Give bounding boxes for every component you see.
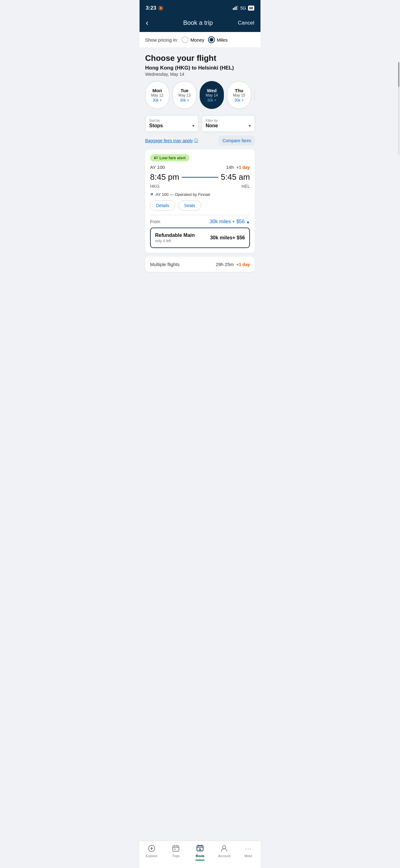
sort-value-row: Stops ▾ xyxy=(149,123,194,128)
multiple-flights-label: Multiple flights xyxy=(150,262,179,267)
cancel-button[interactable]: Cancel xyxy=(238,20,254,26)
explore-icon xyxy=(147,844,156,853)
bell-muted-icon: 🔕 xyxy=(158,6,163,10)
status-right: 5G 68 xyxy=(233,6,254,11)
flight-duration-row: 14h +1 day xyxy=(226,164,250,170)
status-bar: 3:23 🔕 5G 68 xyxy=(139,0,261,15)
flight-header: AY 100 14h +1 day xyxy=(150,164,250,170)
flight-times: 8:45 pm 5:45 am xyxy=(150,172,250,182)
more-icon: ··· xyxy=(244,844,253,853)
date-day-thu: Thu xyxy=(235,88,243,93)
money-option[interactable]: Money xyxy=(182,36,204,43)
price-chevron-icon: ▲ xyxy=(246,219,250,224)
depart-airport: HKG xyxy=(150,184,159,189)
nav-more[interactable]: ··· More xyxy=(239,844,258,861)
date-fri[interactable]: Fri May 16 30k + xyxy=(254,81,255,109)
details-button[interactable]: Details xyxy=(150,200,175,211)
info-icon: ⓘ xyxy=(194,138,198,144)
account-icon xyxy=(220,844,229,853)
fare-option[interactable]: Refundable Main only 4 left 30k miles+ $… xyxy=(150,227,250,248)
date-price-mon: 30k + xyxy=(153,98,162,102)
trips-icon xyxy=(171,844,180,853)
baggage-row: Baggage fees may apply ⓘ Compare fares xyxy=(145,136,255,146)
miles-label: Miles xyxy=(217,37,228,42)
arrive-time: 5:45 am xyxy=(221,172,250,182)
date-price-wed: 30k + xyxy=(207,98,216,102)
tag-icon: 🏷 xyxy=(154,156,158,160)
seats-button[interactable]: Seats xyxy=(178,200,201,211)
compare-fares-button[interactable]: Compare fares xyxy=(219,136,255,146)
filter-label: Filter by xyxy=(206,119,251,122)
date-price-thu: 30k + xyxy=(234,98,244,102)
price-value[interactable]: 30k miles + $56 ▲ xyxy=(210,219,250,224)
explore-label: Explore xyxy=(146,854,157,858)
miles-radio[interactable] xyxy=(208,36,215,43)
date-mon[interactable]: Mon May 12 30k + xyxy=(145,81,169,109)
date-month-mon: May 12 xyxy=(151,93,163,97)
svg-rect-0 xyxy=(233,8,234,10)
main-content: Choose your flight Hong Kong (HKG) to He… xyxy=(139,48,261,307)
more-label: More xyxy=(244,854,252,858)
nav-explore[interactable]: Explore xyxy=(142,844,161,861)
flight-number: AY 100 xyxy=(150,164,165,170)
date-selector: Mon May 12 30k + Tue May 13 30k + Wed Ma… xyxy=(145,81,255,110)
date-month-thu: May 15 xyxy=(233,93,245,97)
flight-plus-day: +1 day xyxy=(236,165,250,170)
page-title: Book a trip xyxy=(183,19,213,26)
fare-availability: only 4 left xyxy=(155,239,195,243)
network-label: 5G xyxy=(240,6,246,10)
partial-plus-day: +1 day xyxy=(236,262,250,267)
svg-rect-6 xyxy=(174,849,175,850)
sort-button[interactable]: Sort by Stops ▾ xyxy=(145,115,198,132)
account-label: Account xyxy=(218,854,230,858)
flight-airports: HKG HEL xyxy=(150,184,250,189)
partial-header: Multiple flights 29h 25m +1 day xyxy=(150,262,250,267)
fare-option-details: Refundable Main only 4 left xyxy=(155,232,195,243)
route-title: Hong Kong (HKG) to Helsinki (HEL) xyxy=(145,65,255,71)
date-day-tue: Tue xyxy=(180,88,189,93)
partial-duration: 29h 25m +1 day xyxy=(216,262,250,267)
sort-value: Stops xyxy=(149,123,163,128)
date-day-wed: Wed xyxy=(207,88,216,93)
miles-option[interactable]: Miles xyxy=(208,36,228,43)
flight-duration: 14h xyxy=(226,164,234,170)
nav-account[interactable]: Account xyxy=(215,844,233,861)
filter-button[interactable]: Filter by None ▾ xyxy=(202,115,255,132)
svg-rect-2 xyxy=(236,6,237,10)
pricing-label: Show pricing in: xyxy=(145,37,178,42)
filter-chevron-icon: ▾ xyxy=(249,123,251,128)
book-label: Book xyxy=(196,854,204,858)
flight-actions: Details Seats xyxy=(150,200,250,211)
svg-rect-1 xyxy=(234,7,235,10)
nav-bar: ‹ Book a trip Cancel xyxy=(139,15,261,32)
choose-flight-title: Choose your flight xyxy=(145,53,255,63)
nav-trips[interactable]: Trips xyxy=(167,844,185,861)
trips-label: Trips xyxy=(172,854,179,858)
route-date: Wednesday, May 14 xyxy=(145,72,255,77)
flight-card-multiple: Multiple flights 29h 25m +1 day xyxy=(145,257,255,272)
svg-rect-5 xyxy=(173,846,179,851)
battery-icon: 68 xyxy=(248,6,254,10)
sort-chevron-icon: ▾ xyxy=(192,123,194,128)
nav-book[interactable]: Book xyxy=(191,844,209,861)
book-icon xyxy=(196,844,204,853)
date-wed[interactable]: Wed May 14 30k + xyxy=(200,81,224,109)
filter-value: None xyxy=(206,123,218,128)
money-label: Money xyxy=(190,37,204,42)
date-thu[interactable]: Thu May 15 30k + xyxy=(227,81,251,109)
operated-by: ✈ AY 100 — Operated by Finnair xyxy=(150,192,250,197)
baggage-fees-link[interactable]: Baggage fees may apply ⓘ xyxy=(145,138,198,144)
date-price-tue: 30k + xyxy=(180,98,189,102)
svg-rect-3 xyxy=(237,6,238,10)
signal-icon xyxy=(233,6,238,11)
arrive-airport: HEL xyxy=(241,184,250,189)
pricing-toggle: Show pricing in: Money Miles xyxy=(139,32,261,48)
date-month-wed: May 14 xyxy=(206,93,218,97)
date-tue[interactable]: Tue May 13 30k + xyxy=(172,81,197,109)
date-day-mon: Mon xyxy=(153,88,162,93)
back-button[interactable]: ‹ xyxy=(146,18,158,28)
money-radio[interactable] xyxy=(182,36,189,43)
svg-point-9 xyxy=(223,846,226,849)
low-fare-badge: 🏷 Low fare alert xyxy=(150,154,190,161)
date-month-tue: May 13 xyxy=(178,93,190,97)
